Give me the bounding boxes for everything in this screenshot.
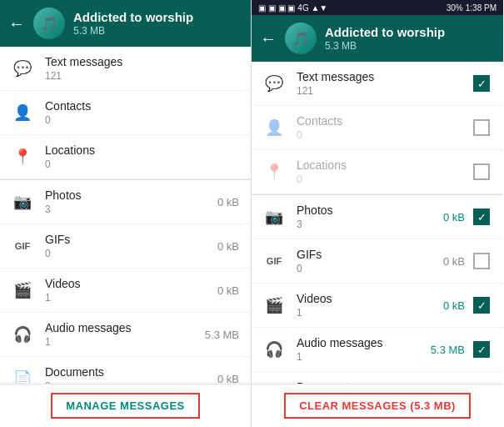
left-footer: MANAGE MESSAGES	[0, 384, 251, 427]
item-size: 0 kB	[217, 196, 239, 208]
item-label: Videos	[45, 277, 217, 290]
right-list-item[interactable]: 📷Photos30 kB	[252, 195, 503, 239]
right-list-item[interactable]: 🎬Videos10 kB	[252, 284, 503, 328]
item-label: GIFs	[297, 248, 443, 261]
item-label: Photos	[297, 203, 443, 217]
left-header: ← 🎵 Addicted to worship 5.3 MB	[0, 0, 251, 47]
item-count: 0	[297, 129, 465, 141]
battery-level: 30%	[447, 3, 463, 13]
time-display: 1:38 PM	[466, 3, 497, 13]
item-checkbox[interactable]	[473, 341, 490, 358]
item-label: Audio messages	[297, 336, 431, 349]
left-list-item[interactable]: 👤Contacts0	[0, 91, 251, 135]
item-count: 3	[45, 203, 217, 215]
item-checkbox[interactable]	[473, 75, 490, 92]
left-list-item[interactable]: 💬Text messages121	[0, 47, 251, 91]
item-count: 3	[297, 219, 443, 230]
left-chat-size: 5.3 MB	[73, 25, 242, 37]
item-checkbox[interactable]	[473, 163, 490, 180]
text-messages-icon: 💬	[12, 59, 33, 78]
item-label: Documents	[45, 365, 217, 379]
item-size: 0 kB	[443, 299, 465, 312]
left-back-button[interactable]: ←	[8, 14, 25, 33]
item-label: Locations	[45, 143, 239, 157]
gifs-icon: GIF	[12, 241, 33, 251]
item-label: Text messages	[45, 55, 239, 68]
text-messages-icon: 💬	[263, 74, 285, 93]
item-count: 121	[297, 85, 465, 97]
status-right: 30% 1:38 PM	[447, 3, 497, 13]
audio-icon: 🎧	[12, 325, 33, 344]
left-list-item[interactable]: GIFGIFs00 kB	[0, 224, 251, 269]
right-avatar-image: 🎵	[285, 23, 317, 54]
locations-icon: 📍	[12, 148, 33, 166]
photos-icon: 📷	[263, 208, 285, 226]
item-label: Audio messages	[45, 321, 205, 334]
item-checkbox[interactable]	[473, 253, 490, 269]
item-count: 121	[45, 70, 239, 82]
left-avatar: 🎵	[33, 8, 65, 39]
left-list-item[interactable]: 📍Locations0	[0, 135, 251, 179]
contacts-icon: 👤	[263, 118, 285, 137]
right-list-item[interactable]: GIFGIFs00 kB	[252, 239, 503, 284]
item-count: 0	[45, 158, 239, 170]
item-checkbox[interactable]	[473, 208, 490, 225]
item-count: 0	[45, 114, 239, 126]
gifs-icon: GIF	[263, 256, 285, 266]
right-items-list: 💬Text messages121👤Contacts0📍Locations0📷P…	[252, 62, 503, 384]
item-label: Locations	[297, 158, 465, 172]
status-bar: ▣ ▣ ▣ ▣ 4G ▲▼ 30% 1:38 PM	[252, 0, 503, 15]
item-checkbox[interactable]	[473, 297, 490, 314]
item-label: Contacts	[297, 114, 465, 128]
documents-icon: 📄	[12, 369, 33, 384]
clear-messages-button[interactable]: CLEAR MESSAGES (5.3 MB)	[284, 393, 471, 419]
item-size: 0 kB	[217, 373, 239, 384]
item-count: 1	[297, 307, 443, 319]
item-label: Videos	[297, 292, 443, 305]
photos-icon: 📷	[12, 193, 33, 211]
right-list-item[interactable]: 📄Documents00 kB	[252, 372, 503, 384]
videos-icon: 🎬	[263, 296, 285, 314]
right-back-button[interactable]: ←	[260, 29, 277, 48]
videos-icon: 🎬	[12, 281, 33, 299]
item-count: 0	[297, 263, 443, 274]
item-label: Photos	[45, 188, 217, 202]
right-list-item[interactable]: 📍Locations0	[252, 150, 503, 194]
item-size: 0 kB	[217, 240, 239, 253]
item-count: 0	[45, 248, 217, 259]
left-chat-title: Addicted to worship	[73, 10, 242, 25]
right-list-item[interactable]: 👤Contacts0	[252, 106, 503, 150]
avatar-image: 🎵	[33, 8, 65, 39]
left-panel: ← 🎵 Addicted to worship 5.3 MB 💬Text mes…	[0, 0, 252, 427]
status-left: ▣ ▣ ▣ ▣ 4G ▲▼	[258, 3, 327, 13]
item-count: 1	[45, 292, 217, 304]
left-list-item[interactable]: 📄Documents00 kB	[0, 357, 251, 384]
left-header-info: Addicted to worship 5.3 MB	[73, 10, 242, 37]
left-list-item[interactable]: 🎧Audio messages15.3 MB	[0, 313, 251, 357]
right-header-info: Addicted to worship 5.3 MB	[325, 25, 495, 52]
right-avatar: 🎵	[285, 23, 317, 54]
item-size: 5.3 MB	[205, 329, 239, 341]
left-list-item[interactable]: 📷Photos30 kB	[0, 180, 251, 224]
item-label: GIFs	[45, 233, 217, 246]
item-count: 1	[297, 351, 431, 363]
item-size: 0 kB	[443, 255, 465, 268]
right-chat-title: Addicted to worship	[325, 25, 495, 40]
right-panel: ▣ ▣ ▣ ▣ 4G ▲▼ 30% 1:38 PM ← 🎵 Addicted t…	[252, 0, 503, 427]
item-size: 5.3 MB	[431, 344, 465, 356]
item-label: Text messages	[297, 70, 465, 83]
right-list-item[interactable]: 🎧Audio messages15.3 MB	[252, 328, 503, 372]
item-label: Contacts	[45, 99, 239, 113]
network-type: 4G ▲▼	[297, 3, 327, 13]
item-size: 0 kB	[443, 211, 465, 224]
manage-messages-button[interactable]: MANAGE MESSAGES	[51, 393, 200, 419]
right-list-item[interactable]: 💬Text messages121	[252, 62, 503, 106]
item-count: 0	[297, 173, 465, 185]
left-list-item[interactable]: 🎬Videos10 kB	[0, 269, 251, 313]
item-count: 1	[45, 336, 205, 348]
item-checkbox[interactable]	[473, 119, 490, 136]
audio-icon: 🎧	[263, 340, 285, 359]
item-size: 0 kB	[217, 284, 239, 297]
right-header: ← 🎵 Addicted to worship 5.3 MB	[252, 15, 503, 62]
right-footer: CLEAR MESSAGES (5.3 MB)	[252, 384, 503, 427]
